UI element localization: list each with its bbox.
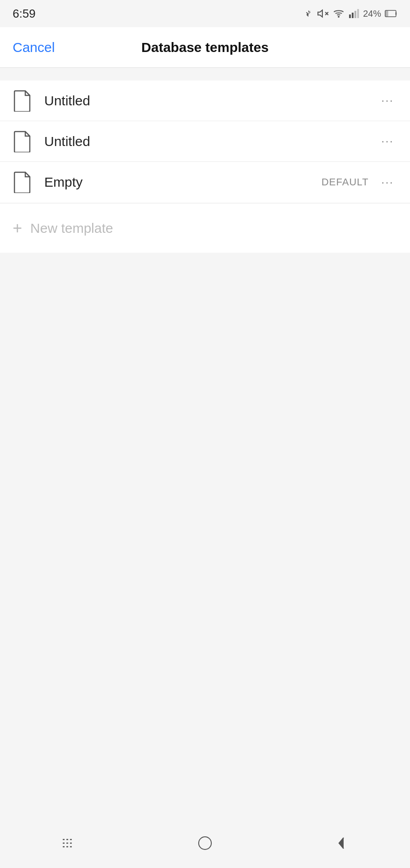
new-template-label: New template [30, 221, 113, 236]
status-icons: 24% [303, 7, 397, 20]
svg-rect-4 [352, 13, 354, 18]
more-options-button[interactable]: ··· [377, 172, 397, 193]
table-row[interactable]: Untitled ··· [0, 121, 410, 162]
template-name: Empty [44, 175, 321, 190]
template-list: Untitled ··· Untitled ··· Empty DEFAULT … [0, 80, 410, 203]
default-badge: DEFAULT [321, 176, 368, 188]
signal-icon [349, 8, 359, 19]
more-options-button[interactable]: ··· [377, 131, 397, 152]
svg-rect-5 [354, 11, 356, 18]
document-icon [13, 131, 32, 152]
wifi-icon [332, 8, 345, 19]
plus-icon: + [13, 220, 22, 236]
status-time: 6:59 [13, 7, 36, 21]
battery-percent: 24% [363, 9, 381, 19]
mute-icon [317, 8, 329, 19]
cancel-button[interactable]: Cancel [13, 40, 55, 55]
template-name: Untitled [44, 134, 377, 149]
template-name: Untitled [44, 93, 377, 108]
battery-icon [385, 9, 397, 18]
page-title: Database templates [141, 40, 269, 55]
new-template-button[interactable]: + New template [13, 220, 113, 236]
back-button[interactable] [316, 828, 368, 859]
bluetooth-icon [303, 7, 313, 20]
document-icon [13, 171, 32, 193]
section-gap [0, 68, 410, 80]
divider [0, 203, 410, 203]
header: Cancel Database templates [0, 27, 410, 68]
main-content [0, 253, 410, 868]
recent-apps-button[interactable] [42, 828, 94, 859]
table-row[interactable]: Empty DEFAULT ··· [0, 162, 410, 203]
home-button[interactable] [179, 828, 231, 859]
recent-apps-icon [60, 835, 76, 851]
document-icon [13, 90, 32, 112]
new-template-section: + New template [0, 204, 410, 253]
back-icon [334, 835, 350, 851]
svg-rect-8 [386, 11, 388, 16]
bottom-navigation [0, 823, 410, 868]
svg-point-2 [338, 16, 339, 17]
more-options-button[interactable]: ··· [377, 90, 397, 111]
table-row[interactable]: Untitled ··· [0, 80, 410, 121]
status-bar: 6:59 24% [0, 0, 410, 27]
home-icon [197, 835, 213, 851]
svg-rect-3 [349, 14, 351, 18]
svg-rect-6 [357, 9, 359, 18]
svg-rect-18 [199, 837, 211, 849]
